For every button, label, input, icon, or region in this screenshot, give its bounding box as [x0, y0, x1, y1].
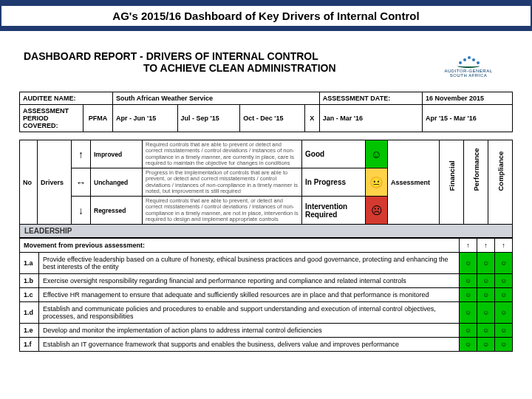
meta-table: AUDITEE NAME: South African Weather Serv… — [19, 92, 513, 132]
report-sheet: DASHBOARD REPORT - DRIVERS OF INTERNAL C… — [0, 31, 532, 352]
legend-regressed: Regressed — [91, 197, 143, 225]
smile-icon: ☺ — [477, 338, 495, 352]
movement-perf: ↑ — [477, 239, 495, 253]
smile-icon: ☺ — [460, 338, 477, 352]
period-q1: Apr - Jun '15 — [113, 105, 178, 132]
legend-improved: Improved — [91, 140, 143, 168]
col-drivers: Drivers — [38, 140, 72, 225]
smile-icon: ☺ — [495, 253, 513, 274]
row-text: Exercise oversight responsibility regard… — [39, 274, 460, 288]
smile-icon: ☺ — [495, 274, 513, 288]
assess-date-label: ASSESSMENT DATE: — [319, 92, 422, 105]
row-no: 1.a — [20, 253, 39, 274]
period-q3-mark: X — [304, 105, 319, 132]
row-no: 1.f — [20, 338, 39, 352]
period-q3: Oct - Dec '15 — [240, 105, 305, 132]
title-banner: AG's 2015/16 Dashboard of Key Drivers of… — [0, 0, 532, 31]
section-leadership: LEADERSHIP — [20, 225, 513, 238]
smile-icon: ☺ — [477, 324, 495, 338]
body-table: Movement from previous assessment: ↑ ↑ ↑… — [19, 238, 513, 352]
row-no: 1.e — [20, 324, 39, 338]
smile-icon: ☺ — [495, 288, 513, 302]
smile-icon: ☺ — [366, 140, 388, 168]
legend-good: Good — [302, 140, 366, 168]
period-q2: Jul - Sep '15 — [177, 105, 240, 132]
smile-icon: ☺ — [460, 324, 477, 338]
neutral-icon: 😐 — [366, 168, 388, 197]
legend-intervention: Intervention Required — [302, 197, 366, 225]
col-financial: Financial — [440, 140, 464, 225]
row-text: Establish an IT governance framework tha… — [39, 338, 460, 352]
table-row: 1.b Exercise oversight responsibility re… — [20, 274, 513, 288]
smile-icon: ☺ — [477, 253, 495, 274]
arrow-lr-icon: ↔ — [72, 168, 91, 197]
table-row: 1.d Establish and communicate policies a… — [20, 302, 513, 324]
movement-fin: ↑ — [460, 239, 477, 253]
report-title-line1: DASHBOARD REPORT - DRIVERS OF INTERNAL C… — [24, 50, 318, 62]
legend-desc-good: Required controls that are able to preve… — [143, 140, 302, 168]
row-text: Establish and communicate policies and p… — [39, 302, 460, 324]
arrow-down-icon: ↓ — [72, 197, 91, 225]
ag-logo: AUDITOR-GENERAL SOUTH AFRICA — [424, 47, 513, 84]
arrow-up-icon: ↑ — [72, 140, 91, 168]
col-assessment: Assessment — [388, 140, 440, 225]
table-row: 1.f Establish an IT governance framework… — [20, 338, 513, 352]
smile-icon: ☺ — [460, 274, 477, 288]
row-no: 1.d — [20, 302, 39, 324]
row-text: Effective HR management to ensure that a… — [39, 288, 460, 302]
movement-row: Movement from previous assessment: ↑ ↑ ↑ — [20, 239, 513, 253]
col-compliance: Compliance — [488, 140, 513, 225]
legend-inprogress: In Progress — [302, 168, 366, 197]
legend-desc-bad: Required controls that are able to preve… — [143, 197, 302, 225]
row-text: Develop and monitor the implementation o… — [39, 324, 460, 338]
smile-icon: ☺ — [460, 302, 477, 324]
logo-text-2: SOUTH AFRICA — [450, 73, 487, 78]
table-row: 1.a Provide effective leadership based o… — [20, 253, 513, 274]
legend-desc-prog: Progress in the implementation of contro… — [143, 168, 302, 197]
smile-icon: ☺ — [495, 338, 513, 352]
assess-date-value: 16 November 2015 — [422, 92, 512, 105]
auditee-value: South African Weather Service — [113, 92, 320, 105]
col-no: No — [20, 140, 38, 225]
period-full: Apr '15 - Mar '16 — [422, 105, 512, 132]
row-text: Provide effective leadership based on a … — [39, 253, 460, 274]
page-title: AG's 2015/16 Dashboard of Key Drivers of… — [1, 6, 531, 26]
row-no: 1.b — [20, 274, 39, 288]
report-title: DASHBOARD REPORT - DRIVERS OF INTERNAL C… — [19, 47, 424, 74]
report-header: DASHBOARD REPORT - DRIVERS OF INTERNAL C… — [19, 47, 513, 84]
frown-icon: ☹ — [366, 197, 388, 225]
logo-mark-icon — [456, 54, 481, 67]
table-row: 1.e Develop and monitor the implementati… — [20, 324, 513, 338]
col-performance: Performance — [464, 140, 488, 225]
smile-icon: ☺ — [477, 274, 495, 288]
smile-icon: ☺ — [460, 288, 477, 302]
report-title-line2: TO ACHIEVE CLEAN ADMINISTRATION — [24, 62, 424, 74]
period-q4: Jan - Mar '16 — [319, 105, 422, 132]
period-label: ASSESSMENT PERIOD COVERED: — [20, 105, 83, 132]
row-no: 1.c — [20, 288, 39, 302]
legend-unchanged: Unchanged — [91, 168, 143, 197]
auditee-label: AUDITEE NAME: — [20, 92, 113, 105]
smile-icon: ☺ — [495, 324, 513, 338]
smile-icon: ☺ — [477, 288, 495, 302]
movement-label: Movement from previous assessment: — [20, 239, 460, 253]
smile-icon: ☺ — [477, 302, 495, 324]
smile-icon: ☺ — [460, 253, 477, 274]
table-row: 1.c Effective HR management to ensure th… — [20, 288, 513, 302]
smile-icon: ☺ — [495, 302, 513, 324]
legend-table: No Drivers ↑ Improved Required controls … — [19, 140, 513, 238]
movement-comp: ↑ — [495, 239, 513, 253]
pfma-label: PFMA — [83, 105, 113, 132]
